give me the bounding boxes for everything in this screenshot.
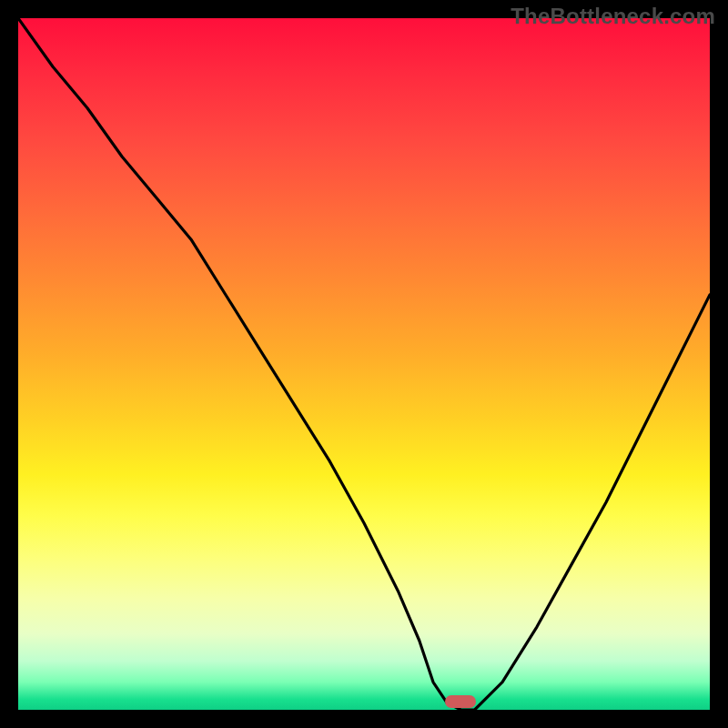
plot-area — [18, 18, 710, 710]
chart-frame: TheBottleneck.com — [0, 0, 728, 728]
minimum-marker — [445, 695, 476, 708]
bottleneck-curve — [18, 18, 710, 710]
watermark-text: TheBottleneck.com — [511, 4, 715, 29]
